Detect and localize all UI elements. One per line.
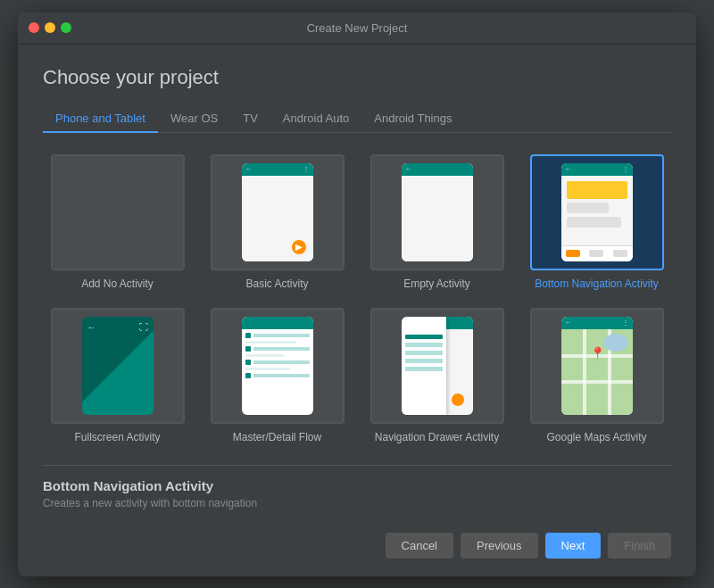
preview-basic-activity: ← ⋮ ▶ <box>211 154 345 270</box>
window-title: Create New Project <box>307 21 408 35</box>
preview-bottom-nav: ← ⋮ <box>530 154 664 270</box>
md-body <box>242 329 313 415</box>
bottom-nav-bar <box>561 245 633 261</box>
dialog-footer: Cancel Previous Next Finish <box>43 533 671 559</box>
previous-button[interactable]: Previous <box>461 533 538 559</box>
label-no-activity: Add No Activity <box>81 277 154 290</box>
maps-topbar: ← ⋮ <box>561 317 633 329</box>
label-google-maps: Google Maps Activity <box>546 431 646 443</box>
card-bottom-nav[interactable]: ← ⋮ <box>522 151 671 294</box>
nav-icon-3 <box>613 250 627 257</box>
tab-phone-tablet[interactable]: Phone and Tablet <box>43 105 158 133</box>
nav-icon-1 <box>566 250 580 257</box>
label-basic-activity: Basic Activity <box>245 277 308 290</box>
card-no-activity[interactable]: Add No Activity <box>43 151 192 294</box>
cancel-button[interactable]: Cancel <box>386 533 453 559</box>
fullscreen-expand-icon: ⛶ <box>139 322 148 332</box>
empty-topbar: ← <box>402 163 473 176</box>
tab-android-things[interactable]: Android Things <box>361 105 464 133</box>
card-empty-activity[interactable]: ← Empty Activity <box>362 151 511 294</box>
preview-nav-drawer: ≡ <box>370 308 504 424</box>
card-basic-activity[interactable]: ← ⋮ ▶ Basic Activity <box>203 151 352 294</box>
category-tabs: Phone and Tablet Wear OS TV Android Auto… <box>43 105 671 133</box>
label-nav-drawer: Navigation Drawer Activity <box>375 431 499 443</box>
page-title: Choose your project <box>43 66 671 89</box>
phone-google-maps: ← ⋮ 📍 <box>561 317 633 415</box>
titlebar: Create New Project <box>18 12 696 45</box>
activity-grid: Add No Activity ← ⋮ ▶ <box>43 151 671 447</box>
nav-icon-2 <box>589 250 603 257</box>
tab-android-auto[interactable]: Android Auto <box>270 105 361 133</box>
no-activity-label <box>53 156 183 269</box>
nd-drawer <box>402 317 446 415</box>
tab-wear-os[interactable]: Wear OS <box>158 105 230 133</box>
basic-fab: ▶ <box>292 240 306 254</box>
empty-body <box>402 176 473 261</box>
description-title: Bottom Navigation Activity <box>43 478 671 493</box>
finish-button: Finish <box>608 533 671 559</box>
md-topbar <box>242 317 313 329</box>
yellow-content-block <box>567 181 627 199</box>
phone-empty: ← <box>402 163 473 261</box>
bottomnav-topbar: ← ⋮ <box>561 163 633 176</box>
traffic-lights <box>29 22 71 33</box>
phone-fullscreen: ← ⛶ <box>82 317 154 415</box>
card-nav-drawer[interactable]: ≡ Navigation Drawer Activity <box>362 304 511 447</box>
maps-body: 📍 <box>561 329 633 415</box>
nd-fab <box>452 393 464 406</box>
label-master-detail: Master/Detail Flow <box>233 431 321 443</box>
description-text: Creates a new activity with bottom navig… <box>43 497 671 509</box>
next-button[interactable]: Next <box>545 533 602 559</box>
tab-tv[interactable]: TV <box>230 105 270 133</box>
preview-google-maps: ← ⋮ 📍 <box>530 308 664 424</box>
maximize-button[interactable] <box>61 22 71 33</box>
bottomnav-content <box>561 176 633 245</box>
dialog-content: Choose your project Phone and Tablet Wea… <box>18 45 696 576</box>
card-google-maps[interactable]: ← ⋮ 📍 Google <box>522 304 671 447</box>
label-fullscreen: Fullscreen Activity <box>74 431 160 443</box>
minimize-button[interactable] <box>45 22 55 33</box>
label-bottom-nav: Bottom Navigation Activity <box>535 277 659 290</box>
preview-fullscreen: ← ⛶ <box>51 308 185 424</box>
phone-master-detail <box>242 317 313 415</box>
phone-basic: ← ⋮ ▶ <box>242 163 313 261</box>
preview-no-activity <box>51 154 185 270</box>
phone-bottom-nav: ← ⋮ <box>561 163 633 261</box>
preview-master-detail <box>211 308 345 424</box>
card-fullscreen[interactable]: ← ⛶ Fullscreen Activity <box>43 304 192 447</box>
label-empty-activity: Empty Activity <box>403 277 470 290</box>
basic-topbar: ← ⋮ <box>242 163 313 176</box>
fullscreen-back-icon: ← <box>87 322 96 332</box>
preview-empty-activity: ← <box>370 154 504 270</box>
close-button[interactable] <box>29 22 39 33</box>
content-block-1 <box>567 203 610 213</box>
description-area: Bottom Navigation Activity Creates a new… <box>43 465 671 518</box>
phone-nav-drawer: ≡ <box>402 317 473 415</box>
basic-body: ▶ <box>242 176 313 261</box>
content-block-2 <box>567 217 621 228</box>
main-window: Create New Project Choose your project P… <box>18 12 696 576</box>
card-master-detail[interactable]: Master/Detail Flow <box>203 304 352 447</box>
